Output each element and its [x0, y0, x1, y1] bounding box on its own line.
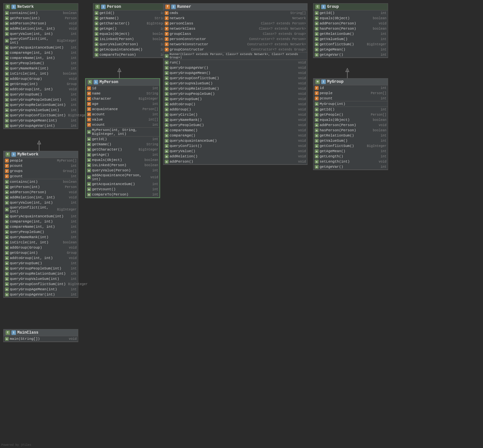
- field-row[interactable]: f networkConstructor Constructor<? exten…: [163, 42, 307, 47]
- constructor-row[interactable]: m MyGroup(int): [313, 101, 388, 107]
- method-row[interactable]: m queryValue(Person) int: [93, 42, 168, 47]
- method-row[interactable]: m getAgeVar() int: [313, 164, 388, 169]
- constructor-row[interactable]: m MyPerson(int, String, BigInteger, int): [86, 128, 159, 136]
- method-row[interactable]: m queryNameRank(int) int: [4, 66, 78, 71]
- field-row[interactable]: f vcount int: [86, 122, 159, 127]
- method-row[interactable]: m getConflictSum() BigInteger: [313, 42, 388, 47]
- field-row[interactable]: f gcount int: [4, 174, 78, 179]
- method-row[interactable]: m getId() int: [93, 10, 168, 16]
- method-row[interactable]: m contains(int) boolean: [4, 10, 78, 16]
- method-row[interactable]: m compareName(int, int) int: [4, 224, 78, 229]
- method-row[interactable]: m getPerson(int) Person: [4, 184, 78, 190]
- method-row[interactable]: m compareTo(Person) int: [93, 52, 168, 57]
- method-row[interactable]: m queryGroupSum() int: [4, 261, 78, 266]
- method-row[interactable]: m isCircle(int, int) boolean: [4, 240, 78, 245]
- method-row[interactable]: m getValueSum() int: [313, 138, 388, 143]
- method-row[interactable]: m queryGroupPeopleSum(int) int: [4, 97, 78, 102]
- method-row[interactable]: m getAcquaintanceSum() int: [93, 47, 168, 52]
- method-row[interactable]: m getLength() int: [313, 154, 388, 159]
- method-row[interactable]: m queryNameRank(int) int: [4, 235, 78, 240]
- method-row[interactable]: m addtoGroup(int, int) void: [4, 255, 78, 261]
- method-row[interactable]: m queryGroupSum() int: [4, 92, 78, 97]
- method-row[interactable]: m getName() String: [93, 16, 168, 21]
- method-row[interactable]: m queryGroupRelationSum(int) int: [4, 271, 78, 276]
- method-row[interactable]: m getPerson(int) Person: [4, 16, 78, 21]
- field-row[interactable]: f id int: [313, 85, 388, 91]
- method-row[interactable]: m queryGroupAgeMean() void: [163, 70, 307, 76]
- method-row[interactable]: m queryGroupAgeVar(int) int: [4, 123, 78, 128]
- method-row[interactable]: m queryConflict(int, int) BigInteger: [4, 205, 78, 214]
- method-row[interactable]: m queryGroupPeopleSum(int) int: [4, 266, 78, 271]
- method-row[interactable]: m isLinked(Person) boolean: [86, 163, 159, 168]
- method-row[interactable]: m addGroup(Group) void: [4, 76, 78, 81]
- method-row[interactable]: m getValueSum() int: [313, 36, 388, 42]
- method-row[interactable]: m equals(Object) boolean: [86, 157, 159, 163]
- method-row[interactable]: m getRelationSum() int: [313, 31, 388, 36]
- method-row[interactable]: m addPerson(Person) void: [313, 21, 388, 26]
- method-row[interactable]: m addRelation(int, int) void: [4, 26, 78, 31]
- method-row[interactable]: m equals(Object) boolean: [313, 117, 388, 123]
- method-row[interactable]: m equals(Object) boolean: [93, 31, 168, 36]
- field-row[interactable]: f groupConstructor Constructor<? extends…: [163, 47, 307, 52]
- method-row[interactable]: m queryGroupConflictSum() void: [163, 76, 307, 81]
- field-row[interactable]: f cmds String[]: [163, 10, 307, 16]
- field-row[interactable]: f acquaintance Person[]: [86, 107, 159, 112]
- method-row[interactable]: m getGroup(int) Group: [4, 250, 78, 255]
- method-row[interactable]: m hasPerson(Person) boolean: [313, 128, 388, 133]
- method-row[interactable]: m queryConflict() void: [163, 143, 307, 149]
- field-row[interactable]: f personClass Class<? extends Person>: [163, 21, 307, 26]
- field-row[interactable]: f age int: [86, 101, 159, 107]
- method-row[interactable]: m queryGroupValueSum(int) int: [4, 276, 78, 282]
- method-row[interactable]: m main(String[]) void: [4, 336, 78, 341]
- method-row[interactable]: m contains(int) boolean: [4, 179, 78, 184]
- method-row[interactable]: m getCharacter() BigInteger: [93, 21, 168, 26]
- method-row[interactable]: m getAge() int: [93, 26, 168, 31]
- field-row[interactable]: f pcount int: [4, 163, 78, 168]
- method-row[interactable]: m getAgeMean() int: [313, 47, 388, 52]
- method-row[interactable]: m queryCircle() void: [163, 112, 307, 117]
- method-row[interactable]: m getAge() int: [86, 152, 159, 157]
- method-row[interactable]: m getCharacter() BigInteger: [86, 147, 159, 152]
- method-row[interactable]: m getAcquaintanceSum() int: [86, 181, 159, 187]
- method-row[interactable]: m addtoGroup(int, int) void: [4, 87, 78, 92]
- method-row[interactable]: m compareName(int, int) int: [4, 55, 78, 61]
- field-row[interactable]: f personConstructor Constructor<? extend…: [163, 36, 307, 42]
- method-row[interactable]: m getGroup(int) Group: [4, 81, 78, 87]
- method-row[interactable]: m compareName() void: [163, 128, 307, 133]
- method-row[interactable]: m compareTo(Person) int: [86, 192, 159, 197]
- field-row[interactable]: f groups Group[]: [4, 168, 78, 174]
- method-row[interactable]: m queryAcquaintanceSum() void: [163, 138, 307, 143]
- method-row[interactable]: m queryGroupPeopleSum() void: [163, 91, 307, 96]
- method-row[interactable]: m queryGroupSum() void: [163, 96, 307, 102]
- method-row[interactable]: m queryGroupRelationSum() void: [163, 86, 307, 91]
- method-row[interactable]: m getAgeVar() int: [313, 52, 388, 57]
- method-row[interactable]: m run() void: [163, 60, 307, 65]
- method-row[interactable]: m queryValue(Person) int: [86, 168, 159, 173]
- method-row[interactable]: m getPeople() Person[]: [313, 112, 388, 117]
- method-row[interactable]: m queryValue(int, int) int: [4, 31, 78, 36]
- method-row[interactable]: m queryConflict(int, int) BigInteger: [4, 36, 78, 45]
- field-row[interactable]: f id int: [86, 86, 159, 91]
- method-row[interactable]: m isLinked(Person) boolean: [93, 36, 168, 42]
- method-row[interactable]: m queryGroupConflictSum(int) BigInteger: [4, 113, 78, 118]
- method-row[interactable]: m queryGroupValueSum() void: [163, 81, 307, 86]
- method-row[interactable]: m queryAcquaintanceSum(int) int: [4, 214, 78, 219]
- method-row[interactable]: m queryGroupAgeVar(int) int: [4, 292, 78, 297]
- method-row[interactable]: m getId() int: [313, 107, 388, 112]
- method-row[interactable]: m isCircle(int, int) boolean: [4, 71, 78, 76]
- method-row[interactable]: m getName() String: [86, 142, 159, 147]
- method-row[interactable]: m getId() int: [313, 10, 388, 16]
- field-row[interactable]: f networkClass Class<? extends Network>: [163, 26, 307, 31]
- method-row[interactable]: m addPerson(Person) void: [4, 21, 78, 26]
- field-row[interactable]: f people MyPerson[]: [4, 158, 78, 163]
- method-row[interactable]: m addRelation() void: [163, 154, 307, 159]
- method-row[interactable]: m queryNameRank() void: [163, 117, 307, 123]
- method-row[interactable]: m queryGroupAgeVar() void: [163, 65, 307, 70]
- method-row[interactable]: m compareAge() void: [163, 133, 307, 138]
- field-row[interactable]: f groupClass Class<? extends Group>: [163, 31, 307, 36]
- field-row[interactable]: f people Person[]: [313, 91, 388, 96]
- method-row[interactable]: m hasPerson(Person) boolean: [313, 26, 388, 31]
- method-row[interactable]: m addPerson(Person) void: [4, 190, 78, 195]
- method-row[interactable]: m queryGroupAgeMean(int) int: [4, 287, 78, 292]
- method-row[interactable]: m getAgeMean() int: [313, 149, 388, 154]
